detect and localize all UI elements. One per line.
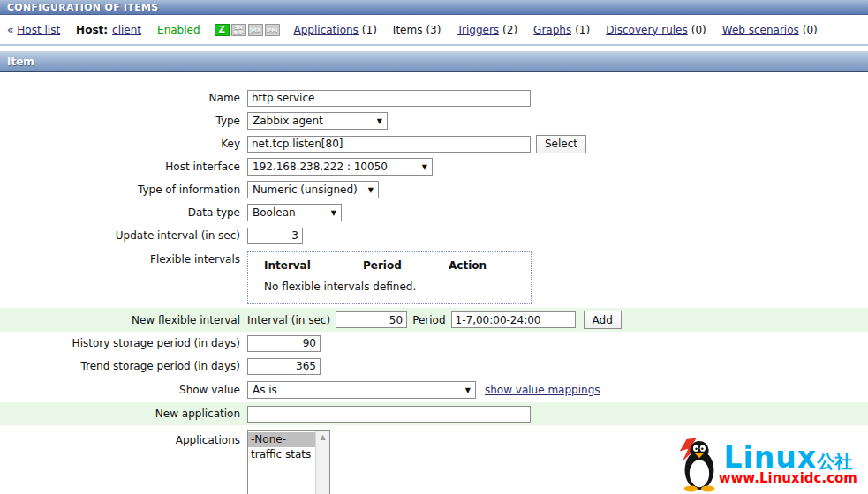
- nav-menu-item-applications: Applications (1): [294, 24, 377, 36]
- new-flexible-interval-interval-label: Interval (in sec): [247, 314, 330, 326]
- item-section-bar: Item: [0, 51, 868, 72]
- chevron-down-icon: ▼: [465, 386, 471, 394]
- host-name-link[interactable]: client: [112, 24, 141, 36]
- triggers-count: (2): [502, 24, 517, 36]
- show-value-label: Show value: [0, 384, 247, 396]
- show-value-row: Show value As is ▼ show value mappings: [0, 378, 868, 402]
- graphs-count: (1): [575, 24, 590, 36]
- update-interval-label: Update interval (in sec): [0, 229, 247, 242]
- nav-menu-item-discovery-rules: Discovery rules (0): [606, 24, 706, 36]
- chevron-down-icon: ▼: [422, 163, 427, 171]
- history-storage-row: History storage period (in days): [0, 332, 868, 355]
- applications-label: Applications: [0, 430, 247, 446]
- key-row: Key Select: [0, 132, 868, 155]
- add-flexible-interval-button[interactable]: Add: [584, 311, 622, 329]
- key-input[interactable]: [247, 136, 531, 153]
- name-row: Name: [0, 86, 868, 109]
- host-interface-select[interactable]: 192.168.238.222 : 10050 ▼: [247, 158, 433, 176]
- flexible-intervals-col-period: Period: [363, 259, 449, 272]
- discovery-rules-count: (0): [691, 24, 706, 36]
- history-storage-input[interactable]: [247, 335, 321, 352]
- new-flexible-interval-interval-input[interactable]: [336, 311, 407, 328]
- data-type-row: Data type Boolean ▼: [0, 201, 868, 224]
- new-flexible-interval-label: New flexible interval: [0, 314, 247, 326]
- chevron-down-icon: ▼: [377, 117, 382, 125]
- trend-storage-input[interactable]: [247, 358, 321, 375]
- item-section-title: Item: [7, 56, 34, 68]
- data-type-select-value: Boolean: [253, 206, 296, 219]
- flexible-intervals-table: Interval Period Action No flexible inter…: [247, 251, 532, 304]
- data-type-select[interactable]: Boolean ▼: [247, 204, 342, 221]
- web-scenarios-link[interactable]: Web scenarios: [722, 24, 799, 36]
- back-to-host-list: « Host list: [7, 24, 60, 36]
- data-type-label: Data type: [0, 206, 247, 219]
- applications-option-traffic-stats[interactable]: traffic stats: [248, 447, 315, 462]
- new-flexible-interval-row: New flexible interval Interval (in sec) …: [0, 308, 868, 332]
- trend-storage-row: Trend storage period (in days): [0, 355, 868, 378]
- nav-menu-item-web-scenarios: Web scenarios (0): [722, 24, 818, 36]
- type-of-information-select-value: Numeric (unsigned): [253, 183, 358, 196]
- applications-option-none[interactable]: -None-: [248, 432, 315, 447]
- tux-penguin-icon: [673, 438, 724, 492]
- snmp-icon-line2: MP: [234, 30, 243, 35]
- triggers-link[interactable]: Triggers: [457, 24, 499, 36]
- new-application-row: New application: [0, 402, 868, 425]
- chevron-down-icon: ▼: [331, 209, 336, 217]
- ipmi-icon: IPMI: [265, 24, 280, 36]
- new-application-input[interactable]: [247, 406, 531, 423]
- host-interface-label: Host interface: [0, 161, 247, 173]
- update-interval-row: Update interval (in sec): [0, 224, 868, 247]
- show-value-mappings-link[interactable]: show value mappings: [485, 384, 600, 396]
- web-scenarios-count: (0): [803, 24, 818, 36]
- key-select-button[interactable]: Select: [536, 135, 586, 153]
- items-current: Items: [393, 24, 423, 36]
- jmx-icon: JMX: [248, 24, 263, 36]
- name-input[interactable]: [247, 90, 531, 107]
- host-interface-row: Host interface 192.168.238.222 : 10050 ▼: [0, 155, 868, 178]
- new-flexible-interval-period-label: Period: [412, 314, 445, 326]
- flexible-intervals-label: Flexible intervals: [0, 249, 247, 266]
- host-status-badge: Enabled: [157, 24, 200, 36]
- flexible-intervals-empty-text: No flexible intervals defined.: [248, 281, 531, 293]
- nav-menu-item-items: Items (3): [393, 24, 442, 36]
- host-interface-select-value: 192.168.238.222 : 10050: [253, 161, 388, 173]
- type-of-information-label: Type of information: [0, 183, 247, 196]
- show-value-select[interactable]: As is ▼: [247, 381, 476, 399]
- snmp-icon: SN MP: [231, 24, 246, 36]
- discovery-rules-link[interactable]: Discovery rules: [606, 24, 688, 36]
- key-label: Key: [0, 138, 247, 150]
- host-list-link[interactable]: Host list: [17, 24, 60, 36]
- flexible-intervals-row: Flexible intervals Interval Period Actio…: [0, 247, 868, 304]
- item-form: Name Type Zabbix agent ▼ Key Select Host…: [0, 72, 868, 494]
- host-label: Host:: [76, 24, 108, 36]
- linuxidc-watermark: Linux 公社 www.Linuxidc.com: [673, 438, 857, 492]
- page-header-bar: CONFIGURATION OF ITEMS: [0, 0, 868, 15]
- back-arrow: «: [7, 24, 13, 36]
- history-storage-label: History storage period (in days): [0, 337, 247, 349]
- watermark-url: www.Linuxidc.com: [719, 472, 857, 485]
- flexible-intervals-col-interval: Interval: [264, 259, 363, 272]
- agent-availability-icons: Z SN MP JMX IPMI: [215, 24, 280, 36]
- name-label: Name: [0, 92, 247, 104]
- new-flexible-interval-period-input[interactable]: [451, 311, 576, 328]
- watermark-brand: Linux: [724, 445, 818, 471]
- graphs-link[interactable]: Graphs: [533, 24, 571, 36]
- type-label: Type: [0, 115, 247, 127]
- host-navigation-bar: « Host list Host: client Enabled Z SN MP…: [0, 15, 868, 46]
- update-interval-input[interactable]: [247, 228, 303, 244]
- applications-listbox[interactable]: -None- traffic stats ▲: [247, 430, 330, 494]
- applications-count: (1): [362, 24, 377, 36]
- applications-scrollbar[interactable]: ▲: [315, 431, 329, 494]
- type-of-information-select[interactable]: Numeric (unsigned) ▼: [247, 181, 379, 198]
- show-value-select-value: As is: [253, 384, 277, 396]
- flexible-intervals-col-action: Action: [449, 259, 487, 272]
- chevron-down-icon: ▼: [368, 186, 374, 194]
- trend-storage-label: Trend storage period (in days): [0, 360, 247, 372]
- type-select[interactable]: Zabbix agent ▼: [247, 112, 388, 130]
- nav-menu-item-graphs: Graphs (1): [533, 24, 590, 36]
- items-count: (3): [426, 24, 441, 36]
- applications-link[interactable]: Applications: [294, 24, 359, 36]
- scroll-up-icon[interactable]: ▲: [320, 433, 325, 494]
- zbx-agent-icon: Z: [215, 24, 230, 36]
- type-row: Type Zabbix agent ▼: [0, 109, 868, 132]
